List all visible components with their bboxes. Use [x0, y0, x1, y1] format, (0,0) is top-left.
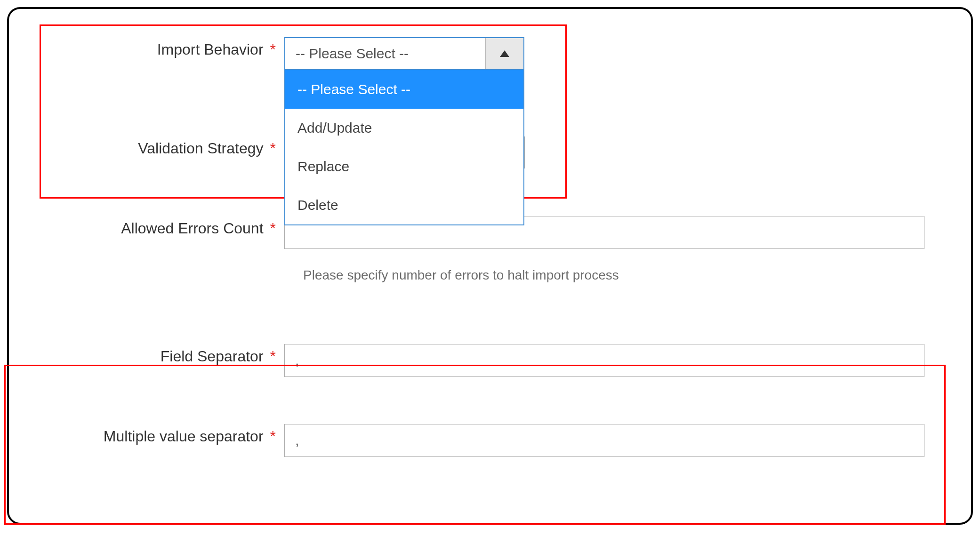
- import-behavior-field-col: -- Please Select -- -- Please Select -- …: [284, 32, 957, 70]
- validation-strategy-label-col: Validation Strategy *: [23, 131, 284, 157]
- multiple-value-separator-label: Multiple value separator: [104, 428, 264, 445]
- import-behavior-label-col: Import Behavior *: [23, 32, 284, 58]
- required-mark: *: [270, 220, 276, 237]
- import-behavior-label: Import Behavior: [157, 41, 264, 58]
- allowed-errors-label-col: Allowed Errors Count *: [23, 211, 284, 237]
- import-behavior-select[interactable]: -- Please Select --: [284, 37, 524, 70]
- field-separator-label-col: Field Separator *: [23, 339, 284, 365]
- required-mark: *: [270, 348, 276, 365]
- multiple-value-separator-label-col: Multiple value separator *: [23, 419, 284, 445]
- row-import-behavior: Import Behavior * -- Please Select -- --…: [23, 23, 957, 70]
- import-behavior-selected-text: -- Please Select --: [285, 46, 485, 62]
- field-separator-label: Field Separator: [161, 348, 264, 365]
- multiple-value-separator-field-col: [284, 419, 957, 457]
- required-mark: *: [270, 41, 276, 58]
- import-behavior-option-delete[interactable]: Delete: [285, 186, 523, 224]
- multiple-value-separator-input[interactable]: [284, 424, 924, 457]
- allowed-errors-label: Allowed Errors Count: [121, 220, 263, 237]
- import-behavior-option-add-update[interactable]: Add/Update: [285, 109, 523, 147]
- allowed-errors-help-text: Please specify number of errors to halt …: [303, 268, 957, 283]
- import-behavior-option-replace[interactable]: Replace: [285, 147, 523, 186]
- row-multiple-value-separator: Multiple value separator *: [23, 419, 957, 457]
- field-separator-input[interactable]: [284, 344, 924, 377]
- row-field-separator: Field Separator *: [23, 339, 957, 377]
- required-mark: *: [270, 140, 276, 157]
- field-separator-field-col: [284, 339, 957, 377]
- required-mark: *: [270, 428, 276, 445]
- import-behavior-option-please-select[interactable]: -- Please Select --: [285, 70, 523, 109]
- validation-strategy-label: Validation Strategy: [138, 140, 263, 157]
- chevron-up-icon: [500, 50, 509, 57]
- import-behavior-dropdown-toggle[interactable]: [485, 38, 523, 69]
- form-panel: Import Behavior * -- Please Select -- --…: [7, 7, 973, 525]
- import-behavior-dropdown-list: -- Please Select -- Add/Update Replace D…: [284, 70, 524, 225]
